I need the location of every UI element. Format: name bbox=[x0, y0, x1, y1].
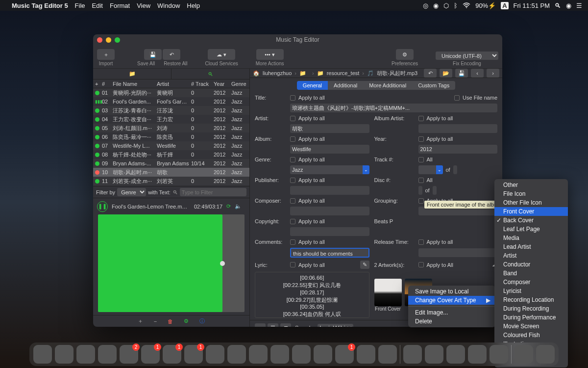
tab-more-additional[interactable]: More Additional bbox=[363, 81, 412, 90]
ctx-item[interactable]: During Performance bbox=[494, 313, 568, 322]
filter-text-input[interactable] bbox=[180, 188, 246, 196]
folder-open-button[interactable]: 📂 bbox=[440, 69, 452, 78]
remove-file-button[interactable]: − bbox=[154, 318, 157, 324]
table-row[interactable]: 04王力宏-改变自···王力宏02012Jazz bbox=[93, 115, 249, 124]
dock-app-trash[interactable] bbox=[536, 345, 555, 364]
tab-additional[interactable]: Additional bbox=[328, 81, 363, 90]
dock-app-books[interactable] bbox=[292, 345, 311, 364]
volume-icon[interactable]: 🔈 bbox=[235, 203, 242, 210]
dock-app-tool[interactable] bbox=[490, 345, 508, 364]
preferences-button[interactable]: ⚙ bbox=[396, 49, 414, 60]
save-all-button[interactable]: 💾 bbox=[144, 49, 162, 60]
comments-input[interactable]: this should be comments bbox=[290, 248, 369, 258]
window-minimize-button[interactable] bbox=[106, 37, 111, 43]
col-track[interactable]: # Track bbox=[191, 81, 214, 87]
col-add[interactable]: + bbox=[95, 81, 102, 87]
window-close-button[interactable] bbox=[97, 37, 102, 43]
ctx-item[interactable]: Media bbox=[494, 234, 568, 242]
status-target-icon[interactable]: ◉ bbox=[433, 2, 439, 9]
lyric-source-select[interactable]: LyricWiki bbox=[318, 324, 353, 327]
ctx-item[interactable]: Change Cover Art Type▶ bbox=[408, 296, 495, 305]
ctx-item[interactable]: Other bbox=[494, 181, 568, 189]
table-row[interactable]: 07Westlife-My L...Westlife02012Jazz bbox=[93, 141, 249, 150]
col-filename[interactable]: File Name bbox=[113, 81, 157, 87]
release-input[interactable] bbox=[418, 248, 498, 257]
col-year[interactable]: Year bbox=[214, 81, 231, 87]
table-row[interactable]: 09Bryan Adams-...Bryan Adams10/142012Jaz… bbox=[93, 159, 249, 168]
dock-app-reminders[interactable]: 1 bbox=[163, 345, 181, 364]
info-button[interactable]: ⓘ bbox=[199, 317, 205, 325]
ctx-item[interactable]: Leaf Let Page bbox=[494, 225, 568, 234]
dock-app-music[interactable] bbox=[270, 345, 289, 364]
disc-total-input[interactable] bbox=[433, 186, 437, 195]
year-input[interactable]: 2012 bbox=[418, 145, 498, 154]
use-filename-check[interactable] bbox=[454, 95, 460, 101]
track-select[interactable]: ⌄ bbox=[418, 165, 443, 174]
ctx-item[interactable]: Recording Location bbox=[494, 295, 568, 304]
table-row[interactable]: 01黄晓明-光阴的···黄晓明02012Jazz bbox=[93, 88, 249, 97]
ctx-item[interactable]: Artist bbox=[494, 251, 568, 260]
copyright-input[interactable] bbox=[290, 227, 369, 236]
ctx-item[interactable]: During Recording bbox=[494, 304, 568, 313]
ctx-item[interactable]: Other File Icon bbox=[494, 198, 568, 207]
menu-file[interactable]: File bbox=[75, 2, 85, 9]
dock-app-mail[interactable]: 2 bbox=[120, 345, 138, 364]
home-icon[interactable]: 🏠 bbox=[253, 70, 260, 77]
restore-all-button[interactable]: ↶ bbox=[163, 49, 180, 60]
cloud-services-button[interactable]: ☁ ▾ bbox=[208, 49, 235, 60]
disc-input[interactable] bbox=[418, 186, 422, 195]
status-circle-icon[interactable]: ◎ bbox=[423, 2, 428, 9]
table-row[interactable]: 06陈奕迅-最冷一···陈奕迅02012Jazz bbox=[93, 132, 249, 141]
menu-view[interactable]: View bbox=[137, 2, 150, 9]
dock-app-notes[interactable]: 1 bbox=[184, 345, 203, 364]
encoding-select[interactable]: Unicode (UTF-8) bbox=[436, 52, 498, 60]
dock-app-iterm[interactable] bbox=[249, 345, 268, 364]
siri-icon[interactable]: ◉ bbox=[566, 2, 571, 9]
dock-app-sketch[interactable] bbox=[446, 345, 465, 364]
ctx-item[interactable]: Lyricist bbox=[494, 287, 568, 295]
align-left-button[interactable]: ≡ bbox=[255, 323, 266, 327]
menu-format[interactable]: Format bbox=[110, 2, 130, 9]
align-center-button[interactable]: ☰ bbox=[268, 323, 278, 327]
title-input[interactable]: 琅琊榜主题曲《风起时》-胡歌演唱+定稿MMM+... bbox=[290, 104, 497, 112]
spotlight-icon[interactable]: 🔍︎ bbox=[555, 2, 561, 9]
col-genre[interactable]: Genre bbox=[231, 81, 249, 87]
table-row[interactable]: 11刘若英-成全.m···刘若英02012Jazz bbox=[93, 177, 249, 185]
ctx-item[interactable]: Composer bbox=[494, 278, 568, 287]
edit-lyric-icon[interactable]: ✎ bbox=[360, 261, 369, 269]
title-apply-check[interactable] bbox=[290, 95, 295, 101]
dock-app-siri[interactable] bbox=[55, 345, 74, 364]
dock-app-photobooth[interactable] bbox=[425, 345, 443, 364]
align-right-button[interactable]: ≣ bbox=[280, 323, 291, 327]
input-source-badge[interactable]: A bbox=[501, 2, 508, 9]
dock-app-finder[interactable] bbox=[33, 345, 52, 364]
window-maximize-button[interactable] bbox=[115, 37, 120, 43]
add-file-button[interactable]: ＋ bbox=[138, 317, 143, 325]
lyric-box[interactable]: [00:06.66][00:22.55]变幻 风云几卷[00:28.17][00… bbox=[255, 272, 369, 318]
ctx-item[interactable]: Edit Image... bbox=[408, 308, 495, 317]
dock-app-file[interactable] bbox=[514, 345, 533, 364]
menu-edit[interactable]: Edit bbox=[92, 2, 103, 9]
table-row[interactable]: 05刘涛-红颜旧.m···刘涛02012Jazz bbox=[93, 124, 249, 132]
ctx-item[interactable]: Conductor bbox=[494, 260, 568, 269]
ctx-item[interactable]: File Icon bbox=[494, 189, 568, 198]
folder-tab[interactable]: 📁 bbox=[93, 69, 171, 79]
ctx-item[interactable]: Band bbox=[494, 269, 568, 278]
progress-slider[interactable] bbox=[98, 214, 245, 312]
tab-custom-tags[interactable]: Custom Tags bbox=[412, 81, 455, 90]
dock-app-xcode[interactable] bbox=[403, 345, 422, 364]
repeat-icon[interactable]: ⟳ bbox=[226, 203, 231, 210]
track-total-input[interactable] bbox=[453, 165, 457, 174]
dock-app-sublime[interactable] bbox=[357, 345, 375, 364]
ctx-item[interactable]: Coloured Fish bbox=[494, 331, 568, 340]
ctx-item[interactable]: Movie Screen bbox=[494, 322, 568, 331]
ctx-item[interactable]: Front Cover bbox=[494, 207, 568, 216]
genre-select[interactable]: Jazz⌄ bbox=[290, 165, 369, 174]
publisher-input[interactable] bbox=[290, 186, 369, 195]
table-row[interactable]: 03汪苏泷-青春白···汪苏泷02012Jazz bbox=[93, 106, 249, 115]
dock-app-store[interactable] bbox=[314, 345, 332, 364]
more-actions-button[interactable]: ••• ▾ bbox=[256, 49, 284, 60]
status-hex-icon[interactable]: ⬡ bbox=[443, 2, 449, 9]
save-single-button[interactable]: 💾 bbox=[455, 69, 468, 78]
tab-general[interactable]: General bbox=[297, 81, 328, 90]
